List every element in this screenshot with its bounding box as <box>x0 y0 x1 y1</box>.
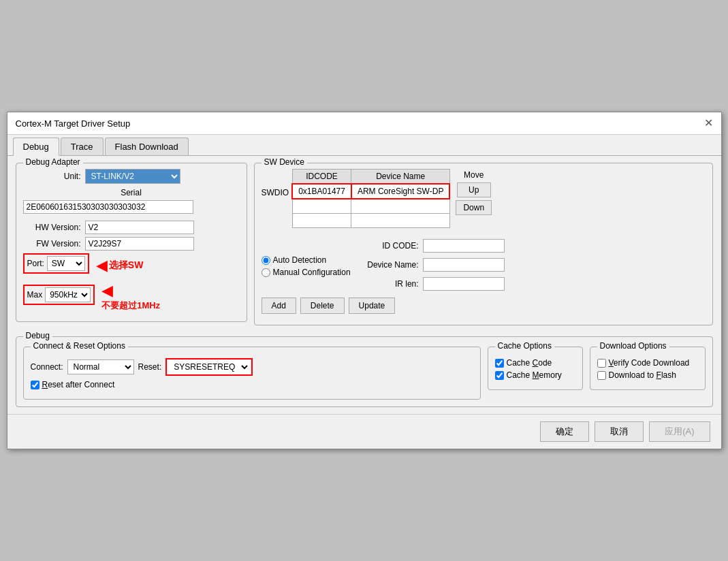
verify-code-checkbox[interactable] <box>597 359 606 368</box>
verify-code-row: Verify Code Download <box>597 358 698 368</box>
detail-fields: ID CODE: Device Name: IR len: <box>364 239 505 293</box>
max-label: Max <box>27 290 43 300</box>
hw-version-input[interactable] <box>85 221 194 234</box>
max-row: Max 950kHz 1MHz 2MHz <box>23 285 95 305</box>
connect-row: Connect: Normal Under Reset Reset: SYSRE… <box>31 358 473 376</box>
annotation-mhz: 不要超过1MHz <box>101 300 160 312</box>
device-name-input[interactable] <box>423 258 505 272</box>
update-button[interactable]: Update <box>349 298 396 314</box>
col-device-name: Device Name <box>351 170 449 185</box>
ir-len-label: IR len: <box>364 279 419 289</box>
fw-version-row: FW Version: <box>23 237 240 251</box>
radio-group: Auto Detection Manual Configuration <box>262 255 351 277</box>
manual-radio-input[interactable] <box>262 268 270 277</box>
reset-label: Reset: <box>138 362 162 372</box>
unit-select[interactable]: ST-LINK/V2 <box>85 169 180 184</box>
cache-code-checkbox[interactable] <box>495 359 504 368</box>
connect-select[interactable]: Normal Under Reset <box>67 359 134 374</box>
download-options-content: Verify Code Download Download to Flash <box>597 358 698 380</box>
fw-version-input[interactable] <box>85 237 194 251</box>
cache-memory-checkbox[interactable] <box>495 371 504 380</box>
sw-table: IDCODE Device Name 0x1BA01477 ARM CoreSi… <box>291 169 450 228</box>
main-content: Debug Adapter Unit: ST-LINK/V2 Serial <box>7 156 721 414</box>
id-code-label: ID CODE: <box>364 241 419 251</box>
debug-adapter-group: Debug Adapter Unit: ST-LINK/V2 Serial <box>16 163 247 322</box>
arrow-left-icon-2: ◀ <box>101 282 113 300</box>
max-select[interactable]: 950kHz 1MHz 2MHz <box>45 287 91 302</box>
ok-button[interactable]: 确定 <box>540 421 589 442</box>
hw-version-label: HW Version: <box>23 223 81 232</box>
table-row-empty <box>292 199 449 214</box>
cache-memory-row: Cache Memory <box>495 370 575 380</box>
serial-row: Serial <box>23 188 240 217</box>
debug-section-title: Debug <box>23 331 52 340</box>
delete-button[interactable]: Delete <box>300 298 345 314</box>
action-buttons: Add Delete Update <box>262 298 706 314</box>
idcode-cell-empty2 <box>292 214 351 228</box>
table-row[interactable]: 0x1BA01477 ARM CoreSight SW-DP <box>292 184 449 199</box>
auto-radio-input[interactable] <box>262 256 270 265</box>
auto-detection-label: Auto Detection <box>273 255 327 265</box>
debug-inner-row: Connect & Reset Options Connect: Normal … <box>23 347 706 400</box>
id-code-input[interactable] <box>423 239 505 253</box>
swdio-table-container: SWDIO IDCODE Device Name <box>262 169 451 232</box>
download-options-title: Download Options <box>597 341 669 351</box>
connect-reset-title: Connect & Reset Options <box>31 341 128 351</box>
reset-after-connect-row: Reset after Connect <box>31 380 473 389</box>
col-idcode: IDCODE <box>292 170 351 185</box>
sw-annotation: ◀ 选择SW <box>96 257 144 274</box>
top-area: Debug Adapter Unit: ST-LINK/V2 Serial <box>16 163 713 332</box>
apply-button[interactable]: 应用(A) <box>649 421 710 442</box>
window-title: Cortex-M Target Driver Setup <box>16 118 131 129</box>
sw-device-title: SW Device <box>262 157 307 167</box>
arrow-left-icon: ◀ <box>96 257 108 274</box>
unit-label: Unit: <box>23 172 81 181</box>
auto-detection-radio[interactable]: Auto Detection <box>262 255 351 265</box>
idcode-cell-empty <box>292 199 351 214</box>
tab-trace[interactable]: Trace <box>61 138 104 155</box>
port-label: Port: <box>27 259 44 268</box>
hw-version-row: HW Version: <box>23 221 240 234</box>
cancel-button[interactable]: 取消 <box>595 421 644 442</box>
sw-device-group: SW Device SWDIO IDCODE Device Name <box>254 163 713 325</box>
debug-adapter-panel: Debug Adapter Unit: ST-LINK/V2 Serial <box>16 163 247 332</box>
titlebar: Cortex-M Target Driver Setup ✕ <box>7 112 721 135</box>
tab-flash-download[interactable]: Flash Download <box>105 138 189 155</box>
mhz-annotation: ◀ 不要超过1MHz <box>101 282 160 312</box>
device-name-cell-empty2 <box>351 214 449 228</box>
download-to-flash-label: Download to Flash <box>609 370 676 380</box>
verify-code-label: Verify Code Download <box>609 358 690 368</box>
debug-section: Debug Connect & Reset Options Connect: N… <box>16 336 713 407</box>
serial-label: Serial <box>23 188 240 197</box>
close-button[interactable]: ✕ <box>704 118 713 129</box>
ir-len-row: IR len: <box>364 277 505 291</box>
add-button[interactable]: Add <box>262 298 296 314</box>
device-name-label: Device Name: <box>364 260 419 270</box>
debug-adapter-title: Debug Adapter <box>23 157 83 167</box>
unit-row: Unit: ST-LINK/V2 <box>23 169 240 184</box>
tab-debug[interactable]: Debug <box>13 138 59 156</box>
move-up-button[interactable]: Up <box>457 182 491 197</box>
table-row-empty2 <box>292 214 449 228</box>
annotation-sw: 选择SW <box>109 259 144 272</box>
tab-bar: Debug Trace Flash Download <box>7 135 721 156</box>
sw-table-wrap: IDCODE Device Name 0x1BA01477 ARM CoreSi… <box>291 169 450 232</box>
manual-config-label: Manual Configuration <box>273 268 351 277</box>
reset-after-connect-checkbox[interactable] <box>31 381 39 389</box>
move-down-button[interactable]: Down <box>456 200 492 215</box>
ir-len-input[interactable] <box>423 277 505 291</box>
cache-code-label: Cache Code <box>507 358 552 368</box>
cache-options-content: Cache Code Cache Memory <box>495 358 575 380</box>
connect-label: Connect: <box>31 362 63 372</box>
serial-input[interactable] <box>23 200 193 214</box>
download-options-box: Download Options Verify Code Download Do… <box>590 347 706 390</box>
download-to-flash-checkbox[interactable] <box>597 371 606 380</box>
config-row: Auto Detection Manual Configuration ID C… <box>262 239 706 293</box>
manual-config-radio[interactable]: Manual Configuration <box>262 268 351 277</box>
reset-select[interactable]: SYSRESETREQ VECTRESET HW RESET <box>168 360 250 374</box>
main-window: Cortex-M Target Driver Setup ✕ Debug Tra… <box>7 112 722 449</box>
connect-reset-box: Connect & Reset Options Connect: Normal … <box>23 347 481 400</box>
port-select[interactable]: SW JTAG <box>47 256 85 271</box>
id-code-row: ID CODE: <box>364 239 505 253</box>
reset-select-wrapper: SYSRESETREQ VECTRESET HW RESET <box>165 358 253 376</box>
